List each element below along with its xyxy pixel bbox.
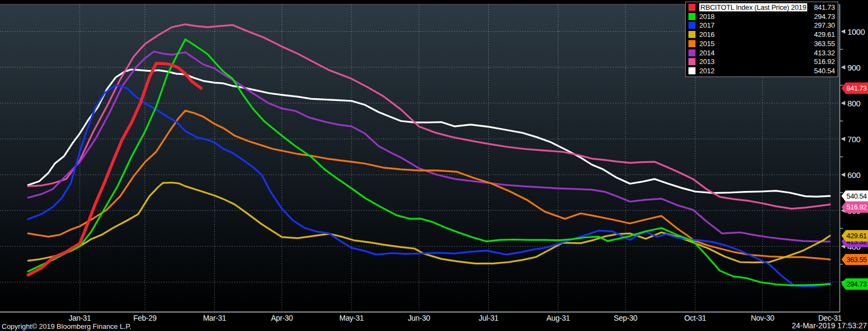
legend-row-2013[interactable]: 2013516.92 <box>688 58 835 66</box>
legend-label: 2017 <box>699 21 814 29</box>
price-badge-2018: 294.73 <box>841 278 868 290</box>
legend-row-2019[interactable]: RBCITOTL Index (Last Price) 2019841.73 <box>688 3 835 11</box>
legend-swatch-icon <box>688 13 695 20</box>
legend-value: 413.32 <box>814 49 835 57</box>
price-badge-2016: 429.61 <box>841 230 868 241</box>
legend-label: 2013 <box>699 58 814 66</box>
x-axis-label-Jun-30: Jun-30 <box>408 314 430 322</box>
legend-row-2012[interactable]: 2012540.54 <box>688 67 835 75</box>
y-tick-arrow-icon <box>841 173 845 177</box>
x-axis-label-Sep-30: Sep-30 <box>614 314 637 322</box>
legend-swatch-icon <box>688 49 695 56</box>
legend-row-2018[interactable]: 2018294.73 <box>688 12 835 21</box>
y-tick-arrow-icon <box>841 101 845 105</box>
legend-value: 540.54 <box>814 67 835 75</box>
copyright-text: Copyright© 2019 Bloomberg Finance L.P. <box>2 322 131 330</box>
y-axis-label-600: 600 <box>841 170 860 180</box>
x-axis-label-Oct-31: Oct-31 <box>684 314 706 322</box>
y-axis-label-text: 900 <box>847 63 860 72</box>
y-axis-label-700: 700 <box>841 134 860 144</box>
legend-swatch-icon <box>688 31 695 38</box>
legend-swatch-icon <box>688 58 695 65</box>
legend-label: 2014 <box>699 49 814 57</box>
y-tick-arrow-icon <box>841 29 845 34</box>
legend-label-highlighted: RBCITOTL Index (Last Price) 2019 <box>699 3 807 11</box>
y-axis-label-1000: 1000 <box>841 27 865 36</box>
legend-value: 297.30 <box>814 21 835 29</box>
y-tick-arrow-icon <box>841 65 845 69</box>
legend-label: RBCITOTL Index (Last Price) 2019 <box>699 3 814 11</box>
legend-row-2014[interactable]: 2014413.32 <box>688 49 835 57</box>
legend-label: 2016 <box>699 30 814 39</box>
y-axis-label-text: 700 <box>847 135 860 144</box>
x-axis-label-Feb-29: Feb-29 <box>133 314 157 322</box>
x-axis-label-Aug-31: Aug-31 <box>546 314 570 322</box>
price-badge-2019: 841.73 <box>841 82 868 94</box>
legend-value: 363.55 <box>814 40 835 48</box>
bloomberg-chart-window: 3004005006007008009001000Jan-31Feb-29Mar… <box>0 0 868 331</box>
y-axis-label-text: 600 <box>847 170 860 180</box>
legend-swatch-icon <box>688 22 695 29</box>
legend-value: 429.61 <box>814 30 835 39</box>
y-axis-label-800: 800 <box>841 98 860 108</box>
legend-box: RBCITOTL Index (Last Price) 2019841.7320… <box>685 2 838 77</box>
legend-row-2016[interactable]: 2016429.61 <box>688 30 835 39</box>
legend-swatch-icon <box>688 40 695 47</box>
timestamp-text: 24-Mar-2019 17:53:27 <box>792 321 867 330</box>
legend-label: 2015 <box>699 40 814 48</box>
y-axis-label-text: 1000 <box>847 27 865 36</box>
x-axis-label-Nov-30: Nov-30 <box>751 314 774 322</box>
y-axis-label-900: 900 <box>841 62 860 72</box>
legend-label: 2012 <box>699 67 814 75</box>
legend-value: 294.73 <box>814 12 835 21</box>
price-badge-2013: 516.92 <box>841 201 868 213</box>
legend-swatch-icon <box>688 4 695 11</box>
y-tick-arrow-icon <box>841 137 845 141</box>
legend-value: 516.92 <box>814 58 835 66</box>
y-axis-label-text: 800 <box>847 99 860 108</box>
legend-row-2017[interactable]: 2017297.30 <box>688 21 835 29</box>
legend-label: 2018 <box>699 12 814 21</box>
price-badge-2012: 540.54 <box>841 190 868 202</box>
price-badge-2015: 363.55 <box>841 254 868 265</box>
x-axis-label-Mar-31: Mar-31 <box>203 314 226 322</box>
legend-row-2015[interactable]: 2015363.55 <box>688 40 835 48</box>
legend-value: 841.73 <box>814 3 835 11</box>
x-axis-label-May-31: May-31 <box>340 314 364 322</box>
legend-swatch-icon <box>688 67 695 74</box>
x-axis-label-Jul-31: Jul-31 <box>478 314 498 322</box>
x-axis-label-Apr-30: Apr-30 <box>271 314 293 322</box>
x-axis-label-Jan-31: Jan-31 <box>69 314 91 322</box>
